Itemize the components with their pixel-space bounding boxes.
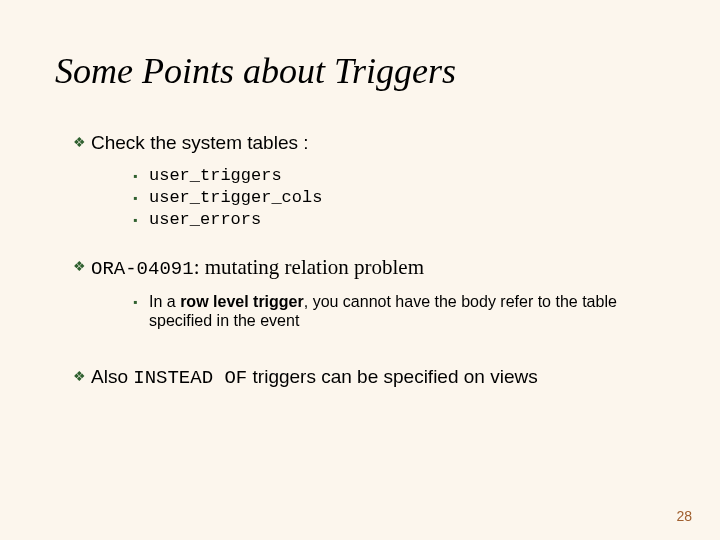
code-span: ORA-04091 xyxy=(91,258,194,280)
diamond-bullet-icon: ❖ xyxy=(73,256,91,278)
sub-item-text: In a row level trigger, you cannot have … xyxy=(149,292,665,330)
square-bullet-icon: ▪ xyxy=(133,292,149,312)
point-2: ❖ ORA-04091: mutating relation problem xyxy=(73,256,665,280)
sub-item: ▪ user_triggers xyxy=(133,166,665,186)
text-span: triggers can be specified on views xyxy=(247,366,537,387)
square-bullet-icon: ▪ xyxy=(133,166,149,186)
points-list: ❖ Check the system tables : ▪ user_trigg… xyxy=(55,132,665,389)
point-2-text: ORA-04091: mutating relation problem xyxy=(91,256,424,280)
text-span: In a xyxy=(149,293,180,310)
text-span: : mutating relation problem xyxy=(194,255,424,279)
bold-span: row level trigger xyxy=(180,293,304,310)
diamond-bullet-icon: ❖ xyxy=(73,366,91,388)
point-1: ❖ Check the system tables : xyxy=(73,132,665,154)
slide-title: Some Points about Triggers xyxy=(55,50,665,92)
point-3: ❖ Also INSTEAD OF triggers can be specif… xyxy=(73,366,665,389)
square-bullet-icon: ▪ xyxy=(133,210,149,230)
page-number: 28 xyxy=(676,508,692,524)
sub-item-text: user_trigger_cols xyxy=(149,188,322,208)
diamond-bullet-icon: ❖ xyxy=(73,132,91,154)
sub-item: ▪ In a row level trigger, you cannot hav… xyxy=(133,292,665,330)
sub-item: ▪ user_errors xyxy=(133,210,665,230)
sub-item-text: user_errors xyxy=(149,210,261,230)
point-1-sublist: ▪ user_triggers ▪ user_trigger_cols ▪ us… xyxy=(73,160,665,256)
text-span: Also xyxy=(91,366,133,387)
point-1-text: Check the system tables : xyxy=(91,132,309,154)
square-bullet-icon: ▪ xyxy=(133,188,149,208)
point-2-sublist: ▪ In a row level trigger, you cannot hav… xyxy=(73,286,665,356)
slide: Some Points about Triggers ❖ Check the s… xyxy=(0,0,720,540)
sub-item-text: user_triggers xyxy=(149,166,282,186)
code-span: INSTEAD OF xyxy=(133,367,247,389)
point-3-text: Also INSTEAD OF triggers can be specifie… xyxy=(91,366,538,389)
sub-item: ▪ user_trigger_cols xyxy=(133,188,665,208)
